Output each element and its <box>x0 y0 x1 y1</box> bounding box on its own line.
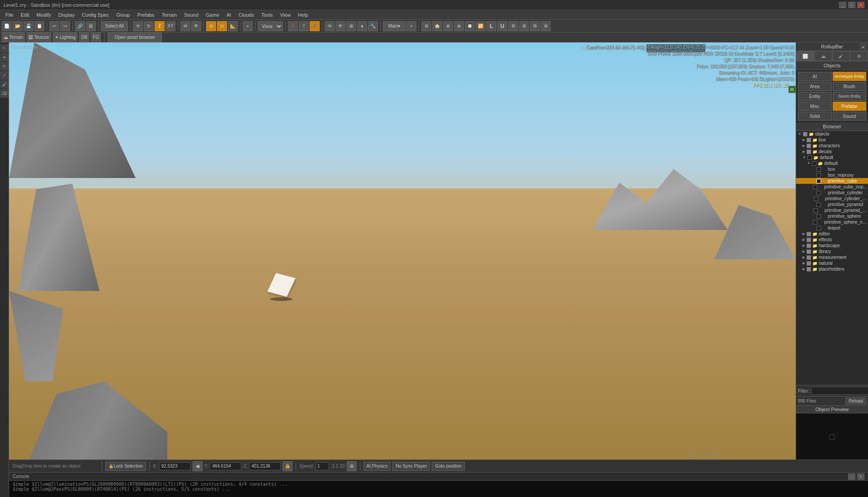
tree-checkbox-default-sub[interactable] <box>812 161 816 166</box>
tree-checkbox-pcube[interactable] <box>816 179 821 183</box>
maximize-button[interactable]: □ <box>848 2 855 8</box>
tool-pointer[interactable]: ↖ <box>0 44 9 52</box>
x-arrow-btn[interactable]: ◀ <box>193 461 203 471</box>
save-button[interactable]: 💾 <box>24 21 33 31</box>
type-archetype-entity[interactable]: Archetype Entity <box>833 72 867 81</box>
tree-decals[interactable]: ▶ 📁 decals <box>796 149 868 155</box>
db-btn[interactable]: DB <box>79 33 89 42</box>
view-select[interactable]: View Top Left Front <box>258 21 283 31</box>
tool-scale[interactable]: ⤢ <box>0 71 9 80</box>
lock-selection-button[interactable]: 🔒 Lock Selection <box>105 462 146 471</box>
tree-primitive-cube[interactable]: primitive_cube <box>796 178 868 184</box>
save-as-button[interactable]: 📋 <box>34 21 44 31</box>
open-button[interactable]: 📂 <box>13 21 23 31</box>
type-sound[interactable]: Sound <box>833 112 867 121</box>
open-asset-btn[interactable]: Open asset browser <box>108 33 162 42</box>
ai-physics-button[interactable]: AI,Physics <box>363 462 391 471</box>
menu-file[interactable]: File <box>2 11 17 19</box>
tree-checkbox-default[interactable] <box>807 155 812 160</box>
tree-checkbox-objects[interactable] <box>803 132 807 136</box>
menu-modify[interactable]: Modify <box>33 11 55 19</box>
type-area[interactable]: Area <box>798 82 832 91</box>
xy-button[interactable]: XY <box>165 21 175 31</box>
tree-prim-pyr2[interactable]: primitive_pyramid_... <box>796 207 868 213</box>
sync-player-button[interactable]: No Sync Player <box>392 462 430 471</box>
L-btn[interactable]: L <box>486 21 496 31</box>
tree-default-folder[interactable]: ▼ 📁 default <box>796 155 868 160</box>
tool2[interactable]: 👁 <box>335 21 345 31</box>
menu-configspec[interactable]: Config Spec <box>78 11 113 19</box>
dot-btn[interactable]: • <box>406 21 416 31</box>
type-misc[interactable]: Misc <box>798 102 832 111</box>
type-solid[interactable]: Solid <box>798 112 832 121</box>
link-button[interactable]: 🔗 <box>75 21 85 31</box>
tool7[interactable]: 🏠 <box>432 21 442 31</box>
tree-box[interactable]: ▶ 📁 box <box>796 137 868 143</box>
tree-checkbox-teapot[interactable] <box>816 226 821 230</box>
menu-prefabs[interactable]: Prefabs <box>134 11 158 19</box>
x-input[interactable] <box>159 462 191 470</box>
y-axis-btn[interactable]: Y <box>299 21 309 31</box>
menu-group[interactable]: Group <box>113 11 134 19</box>
tool-paint[interactable]: 🖌 <box>0 80 9 89</box>
tree-measurement[interactable]: ▶ 📁 measurement <box>796 254 868 260</box>
tool8[interactable]: ⊕ <box>443 21 453 31</box>
z-axis-btn[interactable]: Z <box>310 21 320 31</box>
type-ai[interactable]: AI <box>798 72 832 81</box>
tree-checkbox-psph[interactable] <box>816 214 821 219</box>
tree-placeholders[interactable]: ▶ 📁 placeholders <box>796 266 868 272</box>
tool-move[interactable]: ✛ <box>0 53 9 61</box>
tree-checkbox-effects[interactable] <box>807 238 811 242</box>
tree-prim-cyl2[interactable]: primitive_cylinder_... <box>796 196 868 202</box>
tool4[interactable]: ♦ <box>357 21 367 31</box>
menu-ai[interactable]: AI <box>223 11 235 19</box>
y-input[interactable] <box>210 462 241 470</box>
tree-checkbox-library[interactable] <box>807 249 811 254</box>
tool3[interactable]: ⊞ <box>346 21 356 31</box>
tree-prim-pyr[interactable]: primitive_pyramid <box>796 202 868 207</box>
menu-display[interactable]: Display <box>55 11 78 19</box>
tree-objects[interactable]: ▼ 📁 objects <box>796 131 868 137</box>
tree-checkbox-psph2[interactable] <box>813 220 817 225</box>
tool-eraser[interactable]: ⌫ <box>0 89 9 98</box>
tree-prim-sph2[interactable]: primitive_sphere_n... <box>796 219 868 225</box>
tree-library[interactable]: ▶ 📁 library <box>796 248 868 254</box>
fg-btn[interactable]: FG <box>91 33 101 42</box>
move-button[interactable]: ✛ <box>133 21 143 31</box>
terrain-btn[interactable]: ⛰ Terrain <box>2 33 25 42</box>
tree-checkbox-decals[interactable] <box>807 150 811 154</box>
tree-teapot[interactable]: teapot <box>796 225 868 231</box>
type-entity[interactable]: Entity <box>798 92 832 101</box>
tree-hardscape[interactable]: ▶ 📁 hardscape <box>796 243 868 248</box>
new-button[interactable]: 📄 <box>2 21 12 31</box>
undo-button[interactable]: ↩ <box>49 21 59 31</box>
tree-natural[interactable]: ▶ 📁 natural <box>796 260 868 266</box>
tree-checkbox-ppyr[interactable] <box>816 202 821 207</box>
scale-button[interactable]: Z <box>155 21 165 31</box>
type-prefab[interactable]: Prefabe <box>833 102 867 111</box>
tool9[interactable]: ⊗ <box>454 21 464 31</box>
tree-checkbox-natural[interactable] <box>807 261 811 266</box>
tree-default-sub[interactable]: ▼ 📁 default <box>796 160 868 166</box>
angle-button[interactable]: 📐 <box>228 21 238 31</box>
tree-checkbox-placeholders[interactable] <box>807 267 811 272</box>
tree-checkbox-pcyl2[interactable] <box>814 197 818 201</box>
texture-btn[interactable]: 🖼 Texture <box>27 33 51 42</box>
reload-button[interactable]: Reload <box>845 398 866 404</box>
type-brush[interactable]: Brush <box>833 82 867 91</box>
link2-button[interactable]: ⛓ <box>86 21 96 31</box>
tree-characters[interactable]: ▶ 📁 characters <box>796 143 868 149</box>
tree-checkbox-hardscape[interactable] <box>807 244 811 248</box>
tree-checkbox-characters[interactable] <box>807 144 811 148</box>
viewport[interactable]: Perspective By Name, Hide filtered, AND … <box>9 42 796 459</box>
expand-icon[interactable]: ⊞ <box>713 453 717 458</box>
email-button[interactable]: ✉ <box>180 21 190 31</box>
tree-prim-cyl[interactable]: primitive_cylinder <box>796 190 868 196</box>
tree-box-noproxy[interactable]: box_noproxy <box>796 172 868 178</box>
goto-position-button[interactable]: Goto position <box>432 462 465 471</box>
tool14[interactable]: ⚙ <box>530 21 540 31</box>
menu-tools[interactable]: Tools <box>258 11 277 19</box>
x-axis-btn[interactable]: X <box>288 21 298 31</box>
tool5[interactable]: 🔧 <box>368 21 378 31</box>
tree-checkbox-box[interactable] <box>807 138 811 142</box>
